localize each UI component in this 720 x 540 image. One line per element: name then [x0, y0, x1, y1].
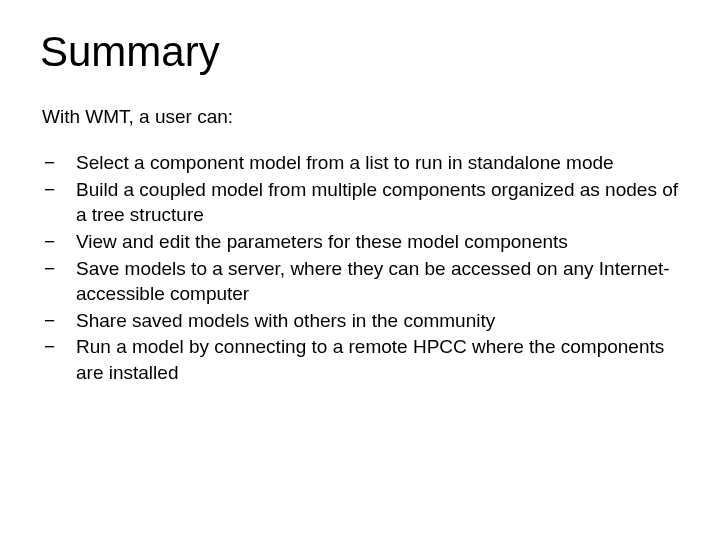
list-item: − View and edit the parameters for these…	[42, 229, 680, 255]
list-item: − Select a component model from a list t…	[42, 150, 680, 176]
list-item: − Save models to a server, where they ca…	[42, 256, 680, 307]
dash-icon: −	[44, 177, 55, 203]
list-item: − Run a model by connecting to a remote …	[42, 334, 680, 385]
list-item-text: Select a component model from a list to …	[76, 152, 614, 173]
list-item: − Share saved models with others in the …	[42, 308, 680, 334]
intro-text: With WMT, a user can:	[42, 106, 680, 128]
slide-title: Summary	[40, 28, 680, 76]
dash-icon: −	[44, 256, 55, 282]
list-item-text: Run a model by connecting to a remote HP…	[76, 336, 664, 383]
list-item-text: Share saved models with others in the co…	[76, 310, 495, 331]
dash-icon: −	[44, 229, 55, 255]
list-item-text: View and edit the parameters for these m…	[76, 231, 568, 252]
dash-icon: −	[44, 308, 55, 334]
list-item-text: Build a coupled model from multiple comp…	[76, 179, 678, 226]
dash-icon: −	[44, 334, 55, 360]
list-item: − Build a coupled model from multiple co…	[42, 177, 680, 228]
dash-icon: −	[44, 150, 55, 176]
list-item-text: Save models to a server, where they can …	[76, 258, 670, 305]
bullet-list: − Select a component model from a list t…	[40, 150, 680, 386]
